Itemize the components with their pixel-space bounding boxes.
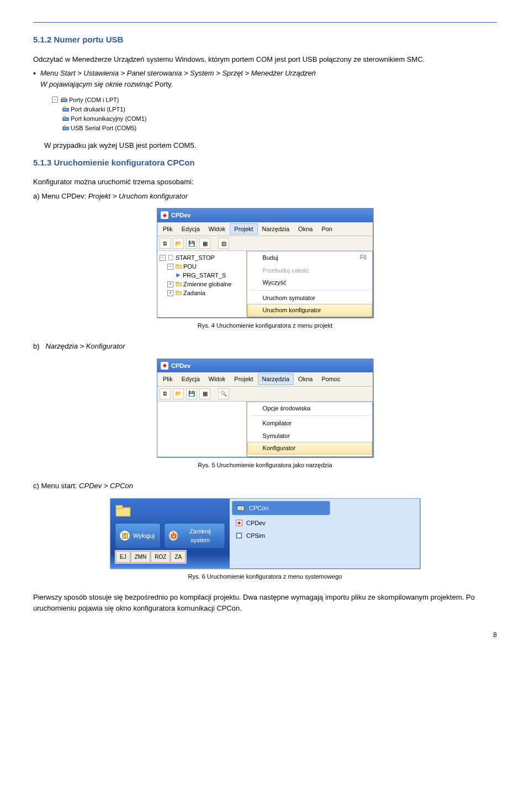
menu-item[interactable]: Okna — [294, 223, 317, 235]
svg-rect-24 — [237, 533, 241, 537]
menu-entry-konfigurator[interactable]: Uruchom konfigurator — [247, 304, 372, 317]
toolbar-button[interactable]: 💾 — [186, 388, 197, 399]
program-icon — [175, 272, 182, 279]
svg-point-22 — [237, 522, 240, 525]
menu-item[interactable]: Projekt — [230, 373, 257, 385]
logoff-button[interactable]: ⚿ Wyloguj — [115, 523, 161, 549]
toolbar-button[interactable]: 🗎 — [160, 388, 171, 399]
menu-item-narzedzia[interactable]: Narzędzia — [258, 373, 294, 385]
menu-item[interactable]: Okna — [294, 373, 317, 385]
tree-item-label: Port komunikacyjny (COM1) — [71, 114, 147, 124]
menu-item-projekt[interactable]: Projekt — [230, 223, 257, 235]
tree-item-label[interactable]: START_STOP — [176, 253, 215, 262]
start-menu-left: ⚿ Wyloguj ⏻ Zamknij system EJ ZMN ROZ ZA — [110, 499, 230, 568]
svg-text:CP: CP — [239, 506, 243, 510]
figure-cpdev-narzedzia: ◆ CPDev Plik Edycja Widok Projekt Narzęd… — [33, 359, 497, 457]
project-tree — [157, 402, 247, 457]
svg-rect-14 — [176, 282, 179, 283]
figure-caption: Rys. 5 Uruchomienie konfiguratora jako n… — [33, 461, 497, 470]
toolbar-button[interactable]: 🗎 — [160, 238, 171, 249]
menu-entry-buduj[interactable]: BudujF6 — [247, 252, 372, 264]
cpcon-icon: CP — [237, 504, 245, 512]
toolbar-button[interactable]: 🔍 — [218, 388, 229, 399]
port-icon — [62, 105, 70, 113]
svg-rect-9 — [169, 255, 173, 260]
tree-item-label[interactable]: Zadania — [183, 289, 205, 297]
list-item-a: a) Menu CPDev: Projekt > Uruchom konfigu… — [33, 191, 497, 202]
menu-item[interactable]: Widok — [204, 373, 230, 385]
toolbar: 🗎 📂 💾 ▦ ▧ — [157, 236, 373, 251]
tree-item-label[interactable]: POU — [183, 262, 197, 271]
svg-rect-16 — [176, 291, 179, 292]
chip[interactable]: ROZ — [151, 551, 170, 563]
closing-paragraph: Pierwszy sposób stosuje się bezpośrednio… — [33, 592, 497, 613]
menu-entry-opcje[interactable]: Opcje środowiska — [247, 402, 372, 415]
toolbar-button[interactable]: 💾 — [186, 238, 197, 249]
menu-item[interactable]: Plik — [158, 223, 177, 235]
dropdown-menu: Opcje środowiska Kompilator Symulator Ko… — [247, 402, 373, 457]
menu-item[interactable]: Widok — [204, 223, 230, 235]
power-icon: ⏻ — [169, 531, 178, 541]
menu-item[interactable]: Pon — [317, 223, 337, 235]
menubar: Plik Edycja Widok Projekt Narzędzia Okna… — [157, 372, 373, 387]
menu-item[interactable]: Pomoc — [317, 373, 344, 385]
figure-start-menu: ⚿ Wyloguj ⏻ Zamknij system EJ ZMN ROZ ZA — [33, 498, 497, 569]
menu-entry-kompilator[interactable]: Kompilator — [247, 417, 372, 430]
toolbar-button[interactable]: 📂 — [173, 238, 184, 249]
start-menu-right: CP CPCon CPDev CPSim — [230, 499, 420, 568]
menu-entry-symulator[interactable]: Symulator — [247, 430, 372, 442]
toolbar-button[interactable]: 📂 — [173, 388, 184, 399]
window-titlebar: ◆ CPDev — [157, 359, 373, 373]
tree-item-label[interactable]: Zmienne globalne — [183, 280, 231, 289]
chip[interactable]: ZMN — [131, 551, 151, 563]
menu-entry-konfigurator[interactable]: Konfigurator — [247, 442, 372, 455]
svg-rect-1 — [62, 97, 64, 99]
submenu-entry-cpdev[interactable]: CPDev — [232, 517, 417, 530]
menu-entry-przebuduj: Przebuduj całość — [247, 264, 372, 277]
submenu-entry-cpsim[interactable]: CPSim — [232, 530, 417, 542]
heading-5-1-2: 5.1.2 Numer portu USB — [33, 34, 497, 46]
menu-item[interactable]: Edycja — [177, 223, 204, 235]
menu-item[interactable]: Narzędzia — [258, 223, 294, 235]
menu-entry-symulator[interactable]: Uruchom symulator — [247, 292, 372, 304]
port-icon — [62, 124, 70, 132]
taskbar-chips: EJ ZMN ROZ ZA — [115, 550, 187, 564]
project-tree: − START_STOP − POU PRG_START_S + Zmienne… — [157, 251, 247, 317]
tree-item-label[interactable]: PRG_START_S — [183, 271, 226, 280]
heading-5-1-3: 5.1.3 Uruchomienie konfiguratora CPCon — [33, 157, 497, 169]
figure-cpdev-projekt: ◆ CPDev Plik Edycja Widok Projekt Narzęd… — [33, 208, 497, 318]
folder-icon — [176, 290, 182, 296]
chip[interactable]: ZA — [171, 551, 186, 563]
tree-root-label: Porty (COM i LPT) — [69, 95, 119, 105]
menu-entry-wyczysc[interactable]: Wyczyść — [247, 276, 372, 289]
toolbar: 🗎 📂 💾 ▦ 🔍 — [157, 387, 373, 402]
toolbar-button[interactable]: ▧ — [218, 238, 229, 249]
port-group-icon — [60, 96, 68, 104]
toolbar-button[interactable]: ▦ — [199, 388, 210, 399]
app-icon: ◆ — [161, 211, 168, 219]
menubar: Plik Edycja Widok Projekt Narzędzia Okna… — [157, 222, 373, 237]
page-number: 8 — [33, 630, 497, 640]
tree-item-label: USB Serial Port (COM5) — [71, 123, 136, 133]
figure-caption: Rys. 4 Uruchomienie konfiguratora z menu… — [33, 321, 497, 330]
toolbar-button[interactable]: ▦ — [199, 238, 210, 249]
bullet-item: • Menu Start > Ustawienia > Panel sterow… — [33, 68, 497, 89]
bullet-dot: • — [33, 68, 36, 89]
svg-rect-3 — [63, 108, 69, 111]
svg-rect-6 — [64, 116, 66, 117]
svg-rect-0 — [61, 99, 67, 101]
shutdown-button[interactable]: ⏻ Zamknij system — [164, 523, 225, 549]
device-tree-screenshot: − Porty (COM i LPT) Port drukarki (LPT1)… — [52, 95, 497, 132]
port-icon — [62, 115, 70, 122]
svg-marker-12 — [176, 273, 181, 277]
folder-icon — [176, 263, 182, 270]
svg-rect-7 — [63, 127, 69, 130]
submenu-entry-cpcon[interactable]: CP CPCon — [232, 501, 330, 516]
dropdown-menu: BudujF6 Przebuduj całość Wyczyść Uruchom… — [247, 251, 373, 317]
window-title: CPDev — [171, 211, 190, 220]
menu-item[interactable]: Edycja — [177, 373, 204, 385]
bullet-text: Menu Start > Ustawienia > Panel sterowan… — [40, 69, 316, 77]
file-icon — [168, 254, 174, 261]
chip[interactable]: EJ — [116, 551, 130, 563]
menu-item[interactable]: Plik — [158, 373, 177, 385]
